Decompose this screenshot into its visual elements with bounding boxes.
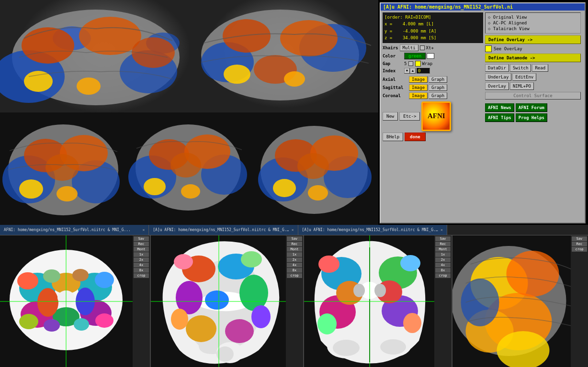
sag-ctrl-8x[interactable]: 8x [287,268,302,273]
see-overlay-label[interactable]: See OverLay [494,46,522,51]
ctrl-2x[interactable]: 2x [134,257,149,262]
xhairs-multi-button[interactable]: Multi [400,44,418,51]
sagittal-graph-button[interactable]: Graph [429,84,447,91]
brain-view-top-right[interactable] [189,0,378,112]
control-surface-button[interactable]: Control Surface [485,92,581,100]
color-swatch [427,53,434,59]
svg-point-96 [403,313,421,333]
ctrl-1x[interactable]: 1x [134,252,149,257]
axial-label: Axial [383,77,409,82]
sagittal-brain-canvas [151,235,287,367]
brain-svg-bottom-left [0,112,126,225]
gap-label: Gap [383,61,404,66]
afni-tips-button[interactable]: AFNI Tips [485,113,514,122]
coronal-image-button[interactable]: Image [409,92,428,99]
coord-x: x = 4.000 mm [L] [384,21,481,27]
news-forum-row: AFNI News AFNI Forum [485,103,581,112]
svg-point-31 [170,153,201,178]
cor-ctrl-sav[interactable]: Sav [435,236,451,241]
bottom-view-coronal: Sav Rec Mont 1x 2x 4x 8x crop [304,235,452,367]
define-datamode-button[interactable]: Define Datamode -> [485,54,581,62]
overlay-row: OverLay NIML+PO [485,82,581,90]
tips-helps-row: AFNI Tips Prog Helps [485,113,581,122]
window-tab-3-close[interactable]: ✕ [441,228,443,232]
sag-ctrl-rec[interactable]: Rec [287,242,302,246]
svg-point-62 [74,318,89,331]
axial-image-button[interactable]: Image [409,76,428,83]
sag-ctrl-crop[interactable]: crop [287,273,302,278]
original-view-option[interactable]: ◇ Original View [487,14,579,20]
ctrl-4x[interactable]: 4x [134,263,149,267]
svg-point-59 [43,269,60,283]
ctrl-sav[interactable]: Sav [134,236,149,241]
bottom-action-row: New Etc-> AFNI [383,101,483,131]
cor-ctrl-mont[interactable]: Mont [435,247,451,252]
window-tab-2-close[interactable]: ✕ [292,228,294,232]
cor-ctrl-2x[interactable]: 2x [435,257,451,262]
new-button[interactable]: New [383,112,398,121]
sag-ctrl-1x[interactable]: 1x [287,252,302,257]
sag-ctrl-sav[interactable]: Sav [287,236,302,241]
ctrl-rec[interactable]: Rec [134,242,149,246]
sag-ctrl-4x[interactable]: 4x [287,263,302,267]
cor-ctrl-8x[interactable]: 8x [435,268,451,273]
cor-ctrl-rec[interactable]: Rec [435,242,451,246]
editenv-button[interactable]: EditEnv [512,73,536,81]
bottom-view-far-right: Sav Rec crop [452,235,588,367]
underlay-button[interactable]: UnderLay [485,73,511,81]
bhelp-button[interactable]: BHelp [383,133,403,141]
cor-ctrl-4x[interactable]: 4x [435,263,451,267]
svg-point-57 [19,314,38,329]
ctrl-mont[interactable]: Mont [134,247,149,252]
prog-helps-button[interactable]: Prog Helps [516,113,547,122]
fr-ctrl-sav[interactable]: Sav [572,236,587,241]
talairach-view-option[interactable]: ◇ Talairach View [487,26,579,32]
color-green-button[interactable]: green [404,53,426,59]
svg-point-24 [19,179,43,199]
axial-controls: Sav Rec Mont 1x 2x 4x 8x crop [133,235,150,367]
fr-ctrl-rec[interactable]: Rec [572,242,587,246]
view-selector: ◇ Original View ◇ AC-PC Aligned ◇ Talair… [485,12,581,33]
sag-ctrl-2x[interactable]: 2x [287,257,302,262]
ctrl-8x[interactable]: 8x [134,268,149,273]
brain-view-bottom-left[interactable] [0,112,126,225]
svg-point-56 [95,272,114,288]
sag-ctrl-mont[interactable]: Mont [287,247,302,252]
window-tab-2[interactable]: [A]u AFNI: home/mengxing/ns_MNI152_SurfV… [149,225,298,235]
svg-point-13 [223,19,271,53]
cor-ctrl-1x[interactable]: 1x [435,252,451,257]
afni-news-button[interactable]: AFNI News [485,103,514,112]
underlay-row: UnderLay EditEnv [485,73,581,81]
axial-graph-button[interactable]: Graph [429,76,447,83]
index-up-button[interactable]: ▲ [410,68,416,74]
brain-view-bottom-mid[interactable] [126,112,252,225]
done-button[interactable]: done [405,133,426,141]
ctrl-crop[interactable]: crop [134,273,149,278]
define-overlay-button[interactable]: Define OverLay -> [485,35,581,44]
read-button[interactable]: Read [532,64,548,72]
svg-point-16 [224,65,250,84]
coronal-graph-button[interactable]: Graph [429,92,447,99]
window-tab-1[interactable]: AFNI: home/mengxing/ns_MNI152_SurfVol.ni… [0,225,149,235]
index-input[interactable] [417,68,430,74]
brain-view-top-left[interactable] [0,0,189,112]
overlay-button[interactable]: OverLay [485,82,509,90]
acpc-view-option[interactable]: ◇ AC-PC Aligned [487,20,579,26]
nimlpo-button[interactable]: NIML+PO [510,82,534,90]
window-tab-3[interactable]: [A]u AFNI: home/mengxing/ns_MNI152_SurfV… [298,225,447,235]
cor-ctrl-crop[interactable]: crop [435,273,451,278]
svg-point-69 [225,319,254,343]
axial-row: Axial Image Graph [383,76,483,83]
sagittal-image-button[interactable]: Image [409,84,428,91]
afni-logo: AFNI [421,101,451,131]
afni-forum-button[interactable]: AFNI Forum [516,103,547,112]
brain-view-bottom-right[interactable] [252,112,378,225]
far-right-controls: Sav Rec crop [571,235,588,367]
window-tab-1-close[interactable]: ✕ [142,228,145,232]
index-down-button[interactable]: ▼ [404,68,410,74]
fr-ctrl-crop[interactable]: crop [572,247,587,252]
switch-button[interactable]: Switch [510,64,531,72]
etc-button[interactable]: Etc-> [399,112,420,121]
svg-point-58 [95,313,113,328]
datadir-button[interactable]: DataDir [485,64,509,72]
